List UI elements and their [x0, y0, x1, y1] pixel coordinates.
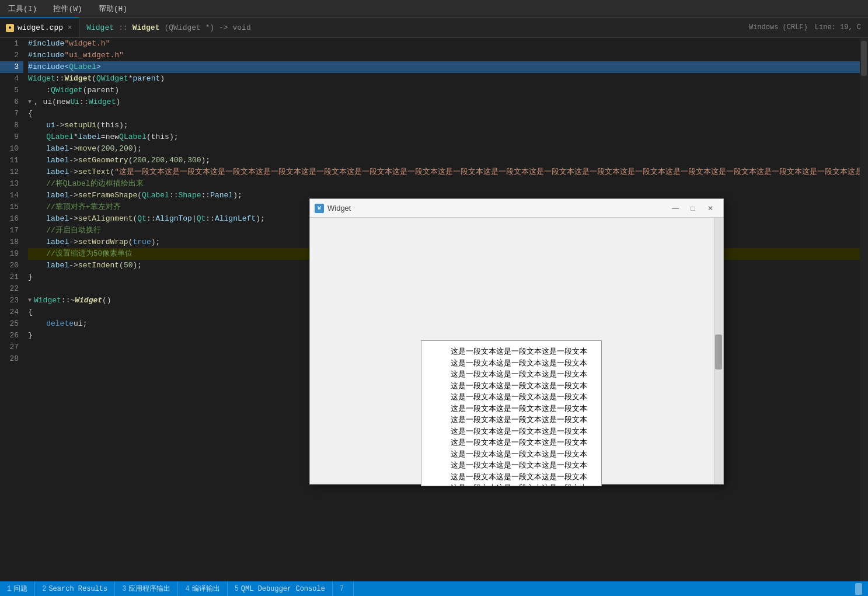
ln-26: 26 — [0, 330, 23, 341]
status-tab-app-output[interactable]: 3 应用程序输出 — [115, 581, 178, 596]
code-line-7: { — [28, 108, 860, 120]
ln-4: 4 — [0, 73, 23, 85]
ln-14: 14 — [0, 190, 23, 201]
widget-titlebar: W Widget — □ ✕ — [310, 199, 723, 218]
code-line-11: label->setGeometry(200,200,400,300); — [28, 155, 860, 166]
status-tab-search[interactable]: 2 Search Results — [35, 581, 115, 596]
status-tab-problems[interactable]: 1 问题 — [0, 581, 35, 596]
status-scroll-thumb — [855, 583, 862, 595]
code-line-10: label->move(200,200); — [28, 143, 860, 155]
scrollbar-track — [860, 38, 868, 581]
tab-info: Windows (CRLF) Line: 19, C — [742, 18, 868, 37]
ln-12: 12 — [0, 166, 23, 178]
ln-8: 8 — [0, 120, 23, 131]
ln-23: 23 — [0, 295, 23, 306]
ln-3: 3 — [0, 61, 23, 73]
menu-help[interactable]: 帮助(H) — [95, 1, 131, 16]
scrollbar-thumb[interactable] — [861, 41, 867, 76]
ln-13: 13 — [0, 178, 23, 190]
line-numbers: 1 2 3 4 5 6 7 8 9 10 11 12 13 14 15 16 1… — [0, 38, 23, 581]
widget-title: Widget — [327, 204, 664, 212]
ln-21: 21 — [0, 271, 23, 283]
ln-28: 28 — [0, 353, 23, 365]
file-tab-label: widget.cpp — [18, 23, 63, 32]
ln-9: 9 — [0, 131, 23, 143]
menu-tools[interactable]: 工具(I) — [5, 1, 40, 16]
code-line-12: label->setText("这是一段文本这是一段文本这是一段文本这是一段文本… — [28, 166, 860, 178]
widget-scrollbar[interactable] — [714, 218, 723, 484]
status-scroll[interactable] — [854, 581, 863, 596]
code-line-5: : QWidget(parent) — [28, 85, 860, 96]
ln-17: 17 — [0, 225, 23, 236]
code-line-13: //将QLabel的边框描绘出来 — [28, 178, 860, 190]
menu-controls[interactable]: 控件(W) — [50, 1, 85, 16]
code-line-8: ui->setupUi(this); — [28, 120, 860, 131]
ln-19: 19 — [0, 248, 23, 260]
ln-20: 20 — [0, 260, 23, 271]
tab-close-button[interactable]: × — [67, 24, 73, 32]
ln-24: 24 — [0, 306, 23, 318]
widget-window: W Widget — □ ✕ 这是一段文本这是一段文本这是一段文本这是一段文本这… — [309, 198, 724, 485]
breadcrumb: Widget :: Widget (QWidget *) -> void — [79, 18, 742, 37]
ln-27: 27 — [0, 341, 23, 353]
ln-18: 18 — [0, 236, 23, 248]
encoding-info: Windows (CRLF) — [749, 23, 808, 32]
widget-close-button[interactable]: ✕ — [702, 202, 719, 215]
ln-22: 22 — [0, 283, 23, 295]
status-tab-qml[interactable]: 5 QML Debugger Console — [228, 581, 333, 596]
widget-maximize-button[interactable]: □ — [685, 202, 701, 215]
code-line-1: #include "widget.h" — [28, 38, 860, 50]
widget-controls: — □ ✕ — [667, 202, 719, 215]
widget-app-icon: W — [315, 204, 324, 213]
ln-6: 6 — [0, 96, 23, 108]
ln-7: 7 — [0, 108, 23, 120]
ln-11: 11 — [0, 155, 23, 166]
widget-label-box: 这是一段文本这是一段文本这是一段文本这是一段文本这是一段文本这是一段文本这是一段… — [421, 340, 602, 486]
code-line-4: Widget::Widget(QWidget *parent) — [28, 73, 860, 85]
status-bar: 1 问题 2 Search Results 3 应用程序输出 4 编译输出 5 … — [0, 581, 868, 596]
code-line-2: #include "ui_widget.h" — [28, 50, 860, 61]
widget-minimize-button[interactable]: — — [667, 202, 684, 215]
ln-2: 2 — [0, 50, 23, 61]
ln-10: 10 — [0, 143, 23, 155]
file-icon: ● — [6, 24, 14, 32]
status-tab-7[interactable]: 7 — [333, 581, 354, 596]
menu-bar: 工具(I) 控件(W) 帮助(H) — [0, 0, 868, 18]
breadcrumb-sep1: :: — [118, 23, 128, 32]
ln-25: 25 — [0, 318, 23, 330]
code-line-6: ▼ , ui(new Ui::Widget) — [28, 96, 860, 108]
breadcrumb-params: (QWidget *) -> void — [164, 23, 250, 32]
widget-body: 这是一段文本这是一段文本这是一段文本这是一段文本这是一段文本这是一段文本这是一段… — [310, 218, 723, 484]
position-info: Line: 19, C — [815, 23, 861, 32]
breadcrumb-class: Widget — [86, 23, 114, 32]
status-tabs: 1 问题 2 Search Results 3 应用程序输出 4 编译输出 5 … — [0, 581, 354, 596]
code-line-3: #include<QLabel> — [28, 61, 860, 73]
ln-15: 15 — [0, 201, 23, 213]
breadcrumb-func: Widget — [133, 23, 160, 32]
editor-scrollbar[interactable] — [860, 38, 868, 581]
ln-16: 16 — [0, 213, 23, 225]
widget-scrollbar-thumb[interactable] — [715, 334, 722, 370]
ln-1: 1 — [0, 38, 23, 50]
file-tab[interactable]: ● widget.cpp × — [0, 18, 79, 37]
code-line-9: QLabel *label=new QLabel(this); — [28, 131, 860, 143]
status-tab-compile[interactable]: 4 编译输出 — [178, 581, 227, 596]
ln-5: 5 — [0, 85, 23, 96]
tab-bar: ● widget.cpp × Widget :: Widget (QWidget… — [0, 18, 868, 38]
